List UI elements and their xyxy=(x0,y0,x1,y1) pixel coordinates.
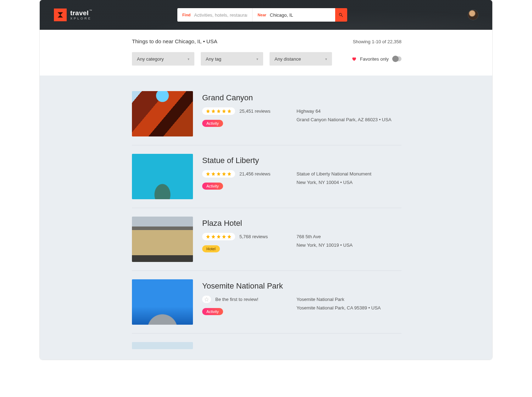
favorites-only-label: Favorites only xyxy=(360,56,389,62)
brand-logo[interactable]: travel™ XPLORE xyxy=(54,9,92,21)
result-address-line1: 768 5th Ave xyxy=(297,233,353,241)
filters-section: Things to do near Chicago, IL • USA Show… xyxy=(40,30,492,76)
result-category-tag[interactable]: Activity xyxy=(202,120,223,127)
brand-name: travel xyxy=(70,9,89,17)
star-rating xyxy=(202,107,235,115)
chevron-down-icon: ▾ xyxy=(188,57,189,61)
result-row: Statue of Liberty21,456 reviewsActivityS… xyxy=(132,154,401,208)
result-category-tag[interactable]: Activity xyxy=(202,183,223,190)
result-address-line1: Highway 64 xyxy=(297,107,392,115)
search-button[interactable] xyxy=(335,8,347,22)
distance-filter-label: Any distance xyxy=(275,56,301,62)
category-filter-label: Any category xyxy=(137,56,164,62)
result-address-line2: New York, NY 10019 • USA xyxy=(297,241,353,249)
result-address: Yosemite National ParkYosemite National … xyxy=(297,296,381,312)
result-row: Plaza Hotel5,768 reviewsHotel768 5th Ave… xyxy=(132,217,401,271)
near-input[interactable] xyxy=(270,12,330,18)
result-thumbnail[interactable] xyxy=(132,91,193,136)
results-count: Showing 1-10 of 22,358 xyxy=(353,39,401,44)
result-address-line1: Yosemite National Park xyxy=(297,296,381,303)
result-address-line1: Statue of Liberty National Monument xyxy=(297,170,371,178)
result-title[interactable]: Grand Canyon xyxy=(202,93,401,102)
search-bar: Find Near xyxy=(177,8,347,22)
result-address-line2: Yosemite National Park, CA 95389 • USA xyxy=(297,304,381,312)
tag-filter-label: Any tag xyxy=(206,56,221,62)
result-address-line2: Grand Canyon National Park, AZ 86023 • U… xyxy=(297,116,392,124)
review-count: 5,768 reviews xyxy=(239,234,268,239)
result-address: Highway 64Grand Canyon National Park, AZ… xyxy=(297,107,392,124)
chevron-down-icon: ▾ xyxy=(256,57,258,61)
category-filter[interactable]: Any category ▾ xyxy=(132,52,194,66)
result-address: 768 5th AveNew York, NY 10019 • USA xyxy=(297,233,353,249)
result-row: Yosemite National ParkBe the first to re… xyxy=(132,279,401,334)
review-count: 25,451 reviews xyxy=(239,108,270,114)
result-title[interactable]: Yosemite National Park xyxy=(202,281,401,291)
page-title: Things to do near Chicago, IL • USA xyxy=(132,38,217,44)
find-input[interactable] xyxy=(194,12,247,18)
result-thumbnail[interactable] xyxy=(132,154,193,199)
result-address-line2: New York, NY 10004 • USA xyxy=(297,179,371,186)
result-row: Grand Canyon25,451 reviewsActivityHighwa… xyxy=(132,91,401,145)
heart-icon xyxy=(351,56,356,61)
tag-filter[interactable]: Any tag ▾ xyxy=(201,52,263,66)
result-title[interactable]: Statue of Liberty xyxy=(202,156,401,165)
search-icon xyxy=(338,12,344,18)
star-rating xyxy=(202,233,235,240)
review-count: 21,456 reviews xyxy=(239,171,270,177)
user-avatar[interactable] xyxy=(468,10,478,20)
app-header: travel™ XPLORE Find Near xyxy=(40,0,492,30)
result-thumbnail[interactable] xyxy=(132,217,193,262)
result-title[interactable]: Plaza Hotel xyxy=(202,219,401,228)
logo-mark-icon xyxy=(54,9,67,21)
near-label: Near xyxy=(257,13,266,17)
star-rating-empty xyxy=(202,296,211,303)
first-review-prompt[interactable]: Be the first to review! xyxy=(215,297,258,302)
results-list: Grand Canyon25,451 reviewsActivityHighwa… xyxy=(40,76,492,360)
favorites-only-toggle[interactable] xyxy=(392,56,401,61)
result-category-tag[interactable]: Hotel xyxy=(202,245,220,252)
star-rating xyxy=(202,170,235,178)
find-label: Find xyxy=(182,13,190,17)
brand-tm: ™ xyxy=(89,9,92,12)
result-category-tag[interactable]: Activity xyxy=(202,308,223,315)
result-thumbnail[interactable] xyxy=(132,342,193,349)
result-address: Statue of Liberty National MonumentNew Y… xyxy=(297,170,371,186)
distance-filter[interactable]: Any distance ▾ xyxy=(270,52,332,66)
chevron-down-icon: ▾ xyxy=(325,57,327,61)
result-thumbnail[interactable] xyxy=(132,279,193,325)
brand-subtitle: XPLORE xyxy=(70,17,92,20)
